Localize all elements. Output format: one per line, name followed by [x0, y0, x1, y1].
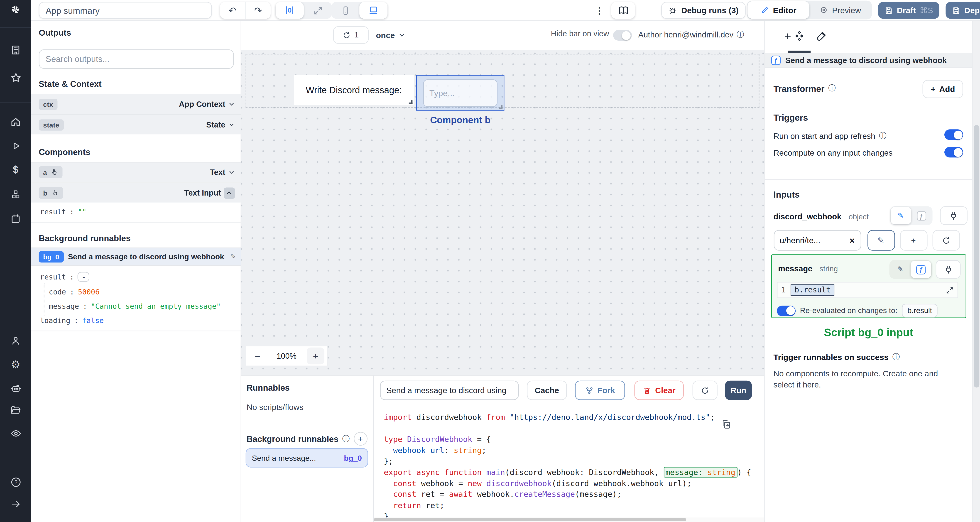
info-icon[interactable]: ⓘ	[828, 83, 836, 94]
windmill-logo-icon[interactable]	[0, 0, 31, 20]
horizontal-scrollbar[interactable]	[374, 518, 764, 522]
cubes-icon[interactable]	[0, 185, 31, 204]
chevron-down-icon[interactable]	[228, 101, 235, 108]
tab-settings[interactable]	[790, 27, 808, 46]
centered-layout-icon	[285, 5, 295, 16]
tab-editor[interactable]: Editor	[748, 2, 810, 19]
redo-icon: ↷	[254, 5, 262, 16]
building-icon[interactable]	[0, 41, 31, 59]
clear-x-icon[interactable]: ×	[850, 235, 855, 245]
refresh-count-button[interactable]: 1	[333, 26, 368, 44]
component-row-a[interactable]: a Text	[31, 162, 241, 182]
fork-button[interactable]: Fork	[575, 381, 625, 400]
app-summary-input[interactable]	[39, 2, 212, 19]
robot-icon[interactable]	[0, 379, 31, 398]
code-editor[interactable]: import discordwebhook from "https://deno…	[374, 407, 764, 518]
component-row-b[interactable]: b Text Input	[31, 182, 241, 202]
search-outputs-input[interactable]	[39, 49, 234, 69]
clear-button[interactable]: Clear	[634, 381, 684, 400]
edit-resource-button[interactable]: ✎	[867, 230, 895, 251]
reeval-toggle[interactable]	[777, 306, 796, 316]
message-type: string	[819, 264, 838, 273]
chevron-up-icon[interactable]	[223, 187, 235, 199]
resource-picker[interactable]: u/henri/te... ×	[773, 230, 861, 251]
chevron-down-icon[interactable]	[228, 169, 235, 176]
text-component-a[interactable]: Write Discord message:	[294, 75, 414, 105]
connect-plug-button[interactable]	[935, 260, 961, 279]
runnable-item-bg0[interactable]: Send a message... bg_0	[246, 448, 368, 467]
kebab-menu-icon[interactable]: ⋮	[593, 2, 606, 19]
b-result-row[interactable]: result: ""	[40, 208, 86, 216]
gear-icon[interactable]: ⚙	[0, 355, 31, 374]
draft-button[interactable]: Draft ⌘S	[878, 2, 939, 19]
zoom-in-button[interactable]: +	[307, 347, 325, 364]
triggers-title: Triggers	[773, 113, 808, 123]
run-on-start-toggle[interactable]	[944, 129, 963, 140]
recompute-toggle[interactable]	[944, 147, 963, 158]
desktop-view-button[interactable]	[360, 2, 387, 19]
calendar-icon[interactable]	[0, 209, 31, 228]
info-icon[interactable]: ⓘ	[737, 29, 744, 40]
bg0-code-value: 50006	[78, 287, 99, 296]
transformer-title: Transformer	[773, 83, 824, 94]
runnable-name-input[interactable]	[380, 381, 519, 400]
eye-icon[interactable]	[0, 424, 31, 442]
mobile-view-button[interactable]	[331, 2, 360, 19]
add-resource-button[interactable]: +	[900, 230, 927, 251]
rail-divider	[0, 27, 31, 28]
add-runnable-button[interactable]: +	[353, 432, 367, 446]
deploy-button[interactable]: Deploy	[945, 2, 980, 19]
output-row-ctx[interactable]: ctx App Context	[31, 94, 241, 114]
refresh-resource-button[interactable]	[932, 230, 959, 251]
help-icon[interactable]: ?	[0, 473, 31, 492]
redo-button[interactable]: ↷	[246, 2, 270, 19]
vertical-scrollbar[interactable]	[972, 21, 980, 522]
refresh-code-button[interactable]	[692, 381, 718, 400]
debug-runs-button[interactable]: Debug runs (3)	[661, 2, 745, 19]
folder-icon[interactable]	[0, 401, 31, 419]
cache-button[interactable]: Cache	[527, 381, 567, 400]
play-icon[interactable]	[0, 136, 31, 155]
pencil-icon: ✎	[877, 236, 884, 245]
bg0-result-key: result	[40, 272, 66, 281]
fullscreen-button[interactable]	[304, 2, 332, 19]
info-icon[interactable]: ⓘ	[342, 433, 350, 444]
static-mode-button[interactable]: ✎	[890, 207, 911, 224]
undo-button[interactable]: ↶	[220, 2, 246, 19]
expression-editor[interactable]: 1 b.result	[777, 282, 958, 298]
connect-plug-button[interactable]	[940, 206, 967, 225]
selected-component-b[interactable]	[416, 75, 504, 111]
edit-pencil-icon[interactable]: ✎	[230, 253, 236, 261]
star-icon[interactable]	[0, 68, 31, 87]
user-icon[interactable]	[0, 331, 31, 350]
resize-handle[interactable]	[499, 105, 503, 109]
home-icon[interactable]	[0, 113, 31, 131]
bg0-row[interactable]: bg_0 Send a message to discord using web…	[31, 248, 241, 266]
arrow-right-icon[interactable]	[0, 494, 31, 513]
tab-preview[interactable]: Preview	[810, 2, 871, 19]
output-row-state[interactable]: state State	[31, 115, 241, 134]
run-button[interactable]: Run	[725, 381, 752, 400]
eval-mode-button[interactable]: ƒ	[911, 207, 932, 224]
schedule-dropdown[interactable]: once	[376, 26, 406, 44]
info-icon[interactable]: ⓘ	[879, 130, 886, 141]
add-transformer-button[interactable]: +Add	[923, 80, 963, 98]
copy-code-icon[interactable]	[721, 419, 731, 430]
canvas-grid[interactable]: Write Discord message: Component b − 100…	[241, 50, 764, 375]
chevron-down-icon[interactable]	[228, 121, 235, 128]
static-mode-button[interactable]: ✎	[890, 261, 911, 278]
resize-handle[interactable]	[409, 100, 413, 104]
text-input-component[interactable]	[423, 80, 498, 107]
centered-layout-button[interactable]	[275, 2, 304, 19]
bg0-result-collapse[interactable]: -	[78, 272, 90, 282]
zoom-out-button[interactable]: −	[249, 347, 266, 364]
tab-styling[interactable]	[811, 27, 830, 46]
bg0-result-row[interactable]: result: -	[40, 272, 90, 282]
eval-mode-button[interactable]: ƒ	[911, 261, 931, 278]
hide-bar-toggle[interactable]	[613, 30, 632, 41]
reeval-badge[interactable]: b.result	[902, 304, 937, 318]
info-icon[interactable]: ⓘ	[892, 352, 900, 363]
docs-button[interactable]	[611, 2, 635, 19]
dollar-icon[interactable]: $	[0, 161, 31, 180]
expand-editor-icon[interactable]	[945, 286, 954, 294]
